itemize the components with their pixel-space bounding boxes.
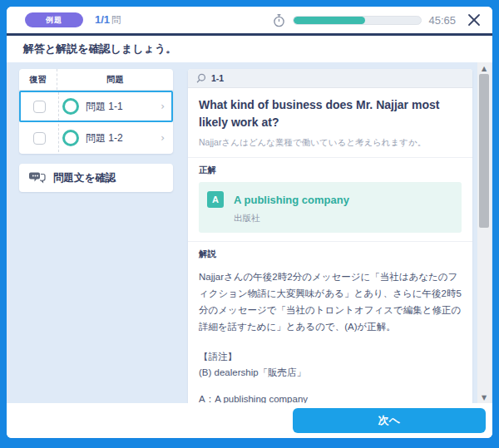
- option-a: A：A publishing company 出版社: [199, 393, 462, 403]
- option-text-en: A publishing company: [215, 394, 308, 403]
- question-section: What kind of business does Mr. Najjar mo…: [188, 88, 472, 158]
- question-counter: 1/1問: [95, 13, 121, 27]
- review-checkbox[interactable]: [33, 132, 46, 145]
- glossary-block: 【語注】 (B) dealership「販売店」: [199, 349, 462, 382]
- glossary-title: 【語注】: [199, 349, 462, 366]
- question-text-jp: Najjarさんはどんな業種で働いていると考えられますか。: [199, 137, 462, 149]
- chevron-right-icon: ›: [161, 101, 165, 112]
- correct-answer-box: A A publishing company 出版社: [199, 182, 462, 233]
- correct-answer-section: 正解 A A publishing company 出版社: [188, 158, 472, 242]
- card-header: 1-1: [188, 69, 472, 88]
- example-badge: 例題: [25, 12, 83, 27]
- confirm-passage-button[interactable]: 問題文を確認: [19, 164, 173, 192]
- content-area: 復習 問題 問題 1-1 ›: [7, 62, 492, 403]
- correct-answer-translation: 出版社: [234, 213, 453, 224]
- explanation-label: 解説: [199, 249, 462, 260]
- next-button[interactable]: 次へ: [293, 408, 486, 433]
- column-header-review: 復習: [30, 74, 47, 86]
- time-remaining: 45:65: [428, 14, 456, 27]
- close-icon[interactable]: [467, 13, 481, 27]
- scroll-up-arrow-icon[interactable]: ▲: [477, 62, 491, 74]
- options-list: A：A publishing company 出版社 B：A car deale…: [199, 393, 462, 403]
- footer-bar: 次へ: [7, 403, 492, 438]
- question-sidebar: 復習 問題 問題 1-1 ›: [19, 69, 173, 403]
- explanation-section: 解説 Najjarさんの午後2時2分のメッセージに「当社はあなたのフィクション物…: [188, 242, 472, 403]
- review-checkbox[interactable]: [33, 101, 46, 113]
- timer-progress-fill: [294, 17, 365, 24]
- timer-progress-bar: [293, 16, 422, 25]
- correct-answer-text: A publishing company: [234, 194, 349, 206]
- magnifier-icon: [196, 73, 206, 83]
- chevron-right-icon: ›: [161, 132, 165, 144]
- confirm-passage-label: 問題文を確認: [53, 171, 116, 185]
- answer-detail-card: 1-1 What kind of business does Mr. Najja…: [188, 69, 472, 403]
- scroll-down-arrow-icon[interactable]: ▼: [477, 391, 491, 403]
- question-row-1-1[interactable]: 問題 1-1 ›: [19, 91, 173, 122]
- quiz-review-window: 例題 1/1問 45:65 解答と解説を確認しましょう。: [7, 7, 492, 438]
- question-tag: 1-1: [211, 73, 224, 83]
- glossary-entry: (B) dealership「販売店」: [199, 365, 462, 382]
- question-row-label: 問題 1-2: [86, 131, 161, 145]
- correct-circle-icon: [62, 130, 79, 146]
- question-row-1-2[interactable]: 問題 1-2 ›: [19, 122, 173, 154]
- top-bar: 例題 1/1問 45:65: [7, 7, 492, 33]
- question-counter-value: 1/1: [95, 13, 110, 26]
- correct-answer-label: 正解: [199, 165, 462, 176]
- question-row-label: 問題 1-1: [86, 100, 161, 114]
- question-table: 復習 問題 問題 1-1 ›: [19, 69, 173, 154]
- question-text-en: What kind of business does Mr. Najjar mo…: [199, 96, 462, 131]
- vertical-scrollbar[interactable]: ▲ ▼: [477, 62, 491, 403]
- page-title: 解答と解説を確認しましょう。: [23, 42, 176, 57]
- question-counter-unit: 問: [111, 15, 121, 25]
- option-letter: A：: [199, 394, 215, 403]
- column-header-question: 問題: [107, 74, 124, 86]
- stopwatch-icon: [272, 13, 286, 27]
- correct-circle-icon: [62, 98, 79, 115]
- scrollbar-thumb[interactable]: [479, 74, 489, 228]
- chat-bubbles-icon: [29, 170, 46, 185]
- modal-frame: 例題 1/1問 45:65 解答と解説を確認しましょう。: [0, 0, 499, 448]
- explanation-text: Najjarさんの午後2時2分のメッセージに「当社はあなたのフィクション物語に大…: [199, 268, 462, 336]
- question-table-header: 復習 問題: [19, 69, 173, 91]
- answer-letter-badge: A: [207, 191, 224, 208]
- sub-header: 解答と解説を確認しましょう。: [7, 36, 492, 62]
